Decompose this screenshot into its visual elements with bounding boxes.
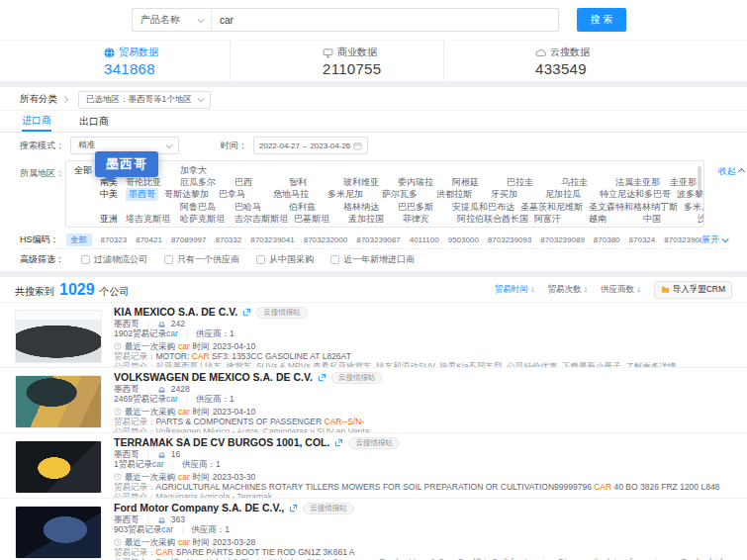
region-item[interactable] xyxy=(126,201,174,213)
hs-code-item[interactable]: 870421 xyxy=(136,235,162,244)
stat-cloud-data[interactable]: 云搜数据 433549 xyxy=(443,41,747,81)
region-item[interactable]: 萨尔瓦多 xyxy=(382,188,430,200)
hs-code-item[interactable]: 870324 xyxy=(629,235,656,244)
region-item[interactable]: 多米尼克 xyxy=(684,201,704,213)
region-item[interactable]: 厄瓜多尔 xyxy=(180,176,229,188)
region-item[interactable]: 阿富汗 xyxy=(534,213,583,225)
region-item[interactable]: 塔吉克斯坦 xyxy=(126,213,174,225)
checkbox[interactable] xyxy=(164,255,173,264)
company-name[interactable]: VOLKSWAGEN DE MEXICO S.A. DE C.V. xyxy=(114,371,313,384)
external-link-icon[interactable] xyxy=(334,438,343,447)
company-name[interactable]: TERRAMAK SA DE CV BURGOS 1001, COL. xyxy=(114,436,329,449)
region-group[interactable] xyxy=(100,201,126,213)
region-item[interactable]: 阿根廷 xyxy=(452,176,501,188)
region-item[interactable]: 菲律宾 xyxy=(403,213,451,225)
hs-code-item[interactable]: 8703239087 xyxy=(356,235,401,244)
sort-trade-time[interactable]: 贸易时间 ↓ xyxy=(495,284,535,296)
advanced-option-single-supplier[interactable]: 只有一个供应商 xyxy=(164,253,239,266)
hs-code-item[interactable]: 87089997 xyxy=(171,235,207,244)
region-item[interactable]: 圣文森特和格林纳丁斯 xyxy=(589,201,678,213)
region-item[interactable]: 哥伦比亚 xyxy=(126,176,174,188)
search-input[interactable] xyxy=(212,15,558,26)
company-photo[interactable] xyxy=(15,440,102,494)
collapse-link[interactable]: 收起 xyxy=(718,165,744,178)
region-item[interactable]: 中国 xyxy=(643,213,692,225)
company-photo[interactable] xyxy=(15,506,102,559)
external-link-icon[interactable] xyxy=(289,504,298,513)
region-item[interactable]: 阿拉伯联合酋长国 xyxy=(457,213,528,225)
region-item[interactable]: 圣基茨和尼维斯 xyxy=(520,201,583,213)
hs-code-item[interactable]: 870323 xyxy=(101,235,128,244)
region-item[interactable]: 沙特阿拉伯 xyxy=(698,213,704,225)
region-item[interactable]: 巴哈马 xyxy=(234,201,283,213)
company-photo[interactable] xyxy=(15,375,102,428)
region-item[interactable]: 尼加拉瓜 xyxy=(545,188,594,200)
hs-code-item[interactable]: 8703239093 xyxy=(488,235,532,244)
region-item[interactable]: 巴拿马 xyxy=(219,188,267,200)
hs-code-item[interactable]: 9503000 xyxy=(448,235,479,244)
company-name[interactable]: Ford Motor Company S.A. DE C.V., xyxy=(114,502,284,514)
advanced-option-new-importer[interactable]: 近一年新增进口商 xyxy=(330,253,415,266)
external-link-icon[interactable] xyxy=(318,373,327,382)
region-item[interactable]: 玻利维亚 xyxy=(343,176,392,188)
region-item[interactable]: 阿鲁巴岛 xyxy=(180,201,229,213)
keyword-link[interactable]: car xyxy=(152,459,164,469)
hs-code-item[interactable]: 870380 xyxy=(594,235,620,244)
hs-code-item[interactable]: 8703239089 xyxy=(540,235,585,244)
region-item[interactable]: 牙买加 xyxy=(491,188,539,200)
region-item[interactable]: 波多黎各 xyxy=(677,188,704,200)
hs-code-item[interactable]: 8703232000 xyxy=(304,235,348,244)
region-item[interactable]: 安提瓜和巴布达 xyxy=(452,201,514,213)
crm-import-button[interactable]: 导入孚盟CRM xyxy=(654,281,732,299)
hs-code-item[interactable]: 8703239041 xyxy=(250,235,295,244)
hs-code-item[interactable]: 4011100 xyxy=(410,235,439,244)
category-label[interactable]: 所有分类 xyxy=(20,93,57,106)
sort-supplier-count[interactable]: 供应商数 ↓ xyxy=(601,284,641,296)
search-button[interactable]: 搜 索 xyxy=(577,8,626,32)
checkbox[interactable] xyxy=(256,255,265,264)
advanced-option-logistics[interactable]: 过滤物流公司 xyxy=(81,253,147,266)
region-item[interactable]: 吉尔吉斯斯坦 xyxy=(234,213,288,225)
region-item[interactable]: 委内瑞拉 xyxy=(398,176,446,188)
company-name[interactable]: KIA MEXICO S.A. DE C.V. xyxy=(114,306,237,319)
region-select[interactable]: 已选地区：墨西哥等1个地区 xyxy=(78,91,211,109)
region-item[interactable]: 伯利兹 xyxy=(289,201,337,213)
scrollbar[interactable] xyxy=(698,166,701,190)
region-item[interactable]: 乌拉圭 xyxy=(561,176,609,188)
region-item[interactable]: 哥斯达黎加 xyxy=(164,188,213,200)
tab-importer[interactable]: 进口商 xyxy=(22,111,51,132)
keyword-link[interactable]: car xyxy=(161,524,173,534)
hs-code-all[interactable]: 全部 xyxy=(66,233,92,246)
keyword-link[interactable]: car xyxy=(166,394,178,404)
region-item[interactable]: 巴基斯坦 xyxy=(294,213,342,225)
region-item[interactable]: 洪都拉斯 xyxy=(436,188,485,200)
expand-link[interactable]: 展开 xyxy=(701,233,727,246)
checkbox[interactable] xyxy=(330,255,339,264)
region-item[interactable]: 智利 xyxy=(289,176,337,188)
region-item[interactable]: 法属圭亚那 xyxy=(615,176,664,188)
tab-exporter[interactable]: 出口商 xyxy=(79,111,109,132)
hs-code-item[interactable]: 870332 xyxy=(216,235,242,244)
date-range-picker[interactable]: 2022-04-27 – 2023-04-26 xyxy=(253,137,368,154)
region-item[interactable]: 特立尼达和多巴哥 xyxy=(600,188,671,200)
region-item[interactable]: 巴巴多斯 xyxy=(398,201,446,213)
search-category-select[interactable]: 产品名称 xyxy=(133,9,212,31)
stat-business-data[interactable]: 商业数据 2110755 xyxy=(230,41,443,81)
region-item[interactable]: 巴西 xyxy=(234,176,283,188)
region-item[interactable]: 巴拉圭 xyxy=(507,176,555,188)
region-group[interactable]: 中美 xyxy=(100,188,126,200)
advanced-option-from-china[interactable]: 从中国采购 xyxy=(256,253,314,266)
checkbox[interactable] xyxy=(81,255,90,264)
hs-code-item[interactable]: 8703239088 xyxy=(664,235,701,244)
external-link-icon[interactable] xyxy=(242,308,251,317)
region-item[interactable]: 多米尼加 xyxy=(327,188,376,200)
region-item[interactable]: 孟加拉国 xyxy=(348,213,397,225)
region-item[interactable]: 格林纳达 xyxy=(343,201,392,213)
keyword-link[interactable]: car xyxy=(166,328,178,338)
stat-trade-data[interactable]: 贸易数据 341868 xyxy=(0,41,230,81)
region-group[interactable]: 亚洲 xyxy=(100,213,126,225)
region-item[interactable]: 墨西哥 xyxy=(126,188,158,200)
region-item[interactable]: 加拿大 xyxy=(180,164,229,176)
region-item[interactable]: 越南 xyxy=(589,213,637,225)
company-photo[interactable] xyxy=(15,310,102,363)
